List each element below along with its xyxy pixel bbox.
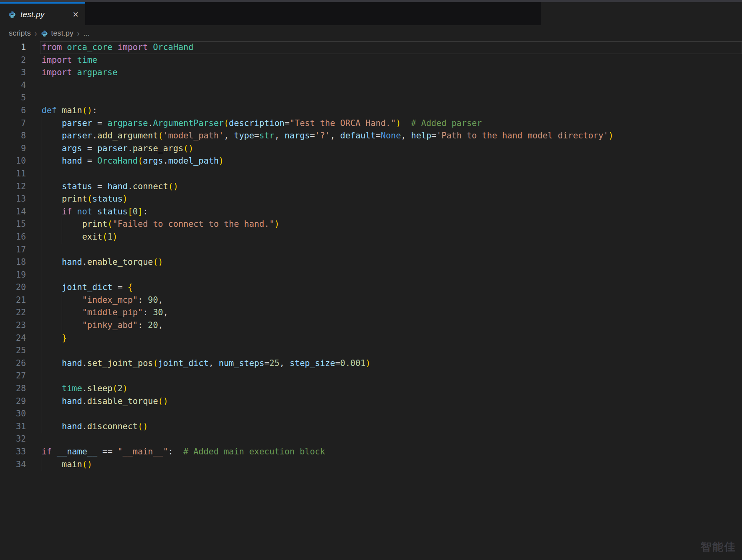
code-line[interactable]: 29 hand.disable_torque() (0, 395, 742, 408)
code-token: "__main__" (118, 447, 168, 456)
code-token (42, 422, 62, 431)
line-number[interactable]: 28 (0, 382, 26, 395)
line-number[interactable]: 24 (0, 332, 26, 345)
line-number[interactable]: 23 (0, 319, 26, 332)
code-token: = (112, 282, 128, 292)
code-line[interactable]: 6def main(): (0, 104, 742, 117)
code-line[interactable]: 16 exit(1) (0, 231, 742, 244)
code-area[interactable]: 1from orca_core import OrcaHand2import t… (0, 41, 742, 471)
line-number[interactable]: 2 (0, 54, 26, 67)
code-line[interactable]: 30 (0, 408, 742, 420)
line-number[interactable]: 26 (0, 357, 26, 370)
line-number[interactable]: 17 (0, 244, 26, 256)
line-number[interactable]: 9 (0, 142, 26, 155)
line-number[interactable]: 3 (0, 66, 26, 79)
code-line[interactable]: 7 parser = argparse.ArgumentParser(descr… (0, 117, 742, 130)
code-line[interactable]: 14 if not status[0]: (0, 206, 742, 218)
code-token: model_path (168, 156, 219, 166)
breadcrumb-item-test-py[interactable]: test.py (51, 29, 74, 38)
line-number[interactable]: 12 (0, 180, 26, 193)
line-number[interactable]: 32 (0, 433, 26, 446)
line-number[interactable]: 18 (0, 256, 26, 269)
code-token (72, 68, 77, 77)
line-number[interactable]: 11 (0, 168, 26, 180)
code-token: () (183, 144, 193, 153)
code-token: : (143, 207, 148, 216)
line-number[interactable]: 14 (0, 206, 26, 218)
code-line[interactable]: 17 (0, 244, 742, 256)
code-line[interactable]: 8 parser.add_argument('model_path', type… (0, 130, 742, 142)
code-line[interactable]: 3import argparse (0, 66, 742, 79)
code-token: : (92, 106, 97, 115)
line-number[interactable]: 6 (0, 104, 26, 117)
code-line[interactable]: 20 joint_dict = { (0, 281, 742, 294)
line-number[interactable]: 30 (0, 408, 26, 420)
code-line[interactable]: 28 time.sleep(2) (0, 382, 742, 395)
indent-guide (62, 319, 62, 332)
code-line[interactable]: 34 main() (0, 458, 742, 471)
line-number[interactable]: 13 (0, 193, 26, 206)
line-number[interactable]: 4 (0, 79, 26, 92)
line-number[interactable]: 25 (0, 344, 26, 357)
code-token: enable_torque (87, 257, 153, 267)
code-line[interactable]: 5 (0, 92, 742, 104)
code-line[interactable]: 32 (0, 433, 742, 446)
line-number[interactable]: 7 (0, 117, 26, 130)
line-number[interactable]: 33 (0, 446, 26, 458)
code-text: hand = OrcaHand(args.model_path) (26, 156, 224, 166)
line-number[interactable]: 1 (0, 41, 26, 54)
code-line[interactable]: 33if __name__ == "__main__": # Added mai… (0, 446, 742, 458)
code-line[interactable]: 1from orca_core import OrcaHand (0, 41, 742, 54)
code-token: print (82, 219, 107, 229)
line-number[interactable]: 19 (0, 269, 26, 282)
code-token: hand (62, 358, 82, 368)
line-number[interactable]: 20 (0, 281, 26, 294)
code-line[interactable]: 15 print("Failed to connect to the hand.… (0, 218, 742, 231)
indent-guide (42, 155, 42, 168)
code-line[interactable]: 27 (0, 370, 742, 382)
code-line[interactable]: 13 print(status) (0, 193, 742, 206)
line-number[interactable]: 8 (0, 130, 26, 142)
code-token: ] (138, 207, 143, 216)
code-line[interactable]: 2import time (0, 54, 742, 67)
breadcrumb-item-symbol[interactable]: ... (83, 29, 90, 38)
line-number[interactable]: 22 (0, 306, 26, 319)
code-line[interactable]: 23 "pinky_abd": 20, (0, 319, 742, 332)
code-token: : (138, 295, 148, 305)
line-number[interactable]: 16 (0, 231, 26, 244)
tab-test-py[interactable]: test.py ✕ (0, 2, 85, 25)
code-line[interactable]: 11 (0, 168, 742, 180)
indent-guide (42, 370, 42, 382)
code-line[interactable]: 31 hand.disconnect() (0, 420, 742, 433)
code-line[interactable]: 19 (0, 269, 742, 282)
line-number[interactable]: 27 (0, 370, 26, 382)
code-line[interactable]: 26 hand.set_joint_pos(joint_dict, num_st… (0, 357, 742, 370)
code-line[interactable]: 24 } (0, 332, 742, 345)
code-line[interactable]: 4 (0, 79, 742, 92)
indent-guide (42, 332, 42, 345)
line-number[interactable]: 34 (0, 458, 26, 471)
chevron-right-icon: › (34, 29, 37, 38)
code-text: from orca_core import OrcaHand (26, 42, 193, 52)
line-number[interactable]: 5 (0, 92, 26, 104)
code-line[interactable]: 12 status = hand.connect() (0, 180, 742, 193)
code-text (26, 245, 42, 254)
line-number[interactable]: 21 (0, 294, 26, 307)
code-token: args (143, 156, 163, 166)
tab-bar-empty-space (85, 2, 541, 25)
breadcrumb-item-scripts[interactable]: scripts (9, 29, 31, 38)
line-number[interactable]: 10 (0, 155, 26, 168)
code-line[interactable]: 10 hand = OrcaHand(args.model_path) (0, 155, 742, 168)
code-line[interactable]: 9 args = parser.parse_args() (0, 142, 742, 155)
code-line[interactable]: 18 hand.enable_torque() (0, 256, 742, 269)
code-line[interactable]: 21 "index_mcp": 90, (0, 294, 742, 307)
code-line[interactable]: 25 (0, 344, 742, 357)
line-number[interactable]: 29 (0, 395, 26, 408)
code-token: 0 (133, 207, 138, 216)
line-number[interactable]: 31 (0, 420, 26, 433)
line-number[interactable]: 15 (0, 218, 26, 231)
code-line[interactable]: 22 "middle_pip": 30, (0, 306, 742, 319)
code-token (42, 194, 62, 204)
code-token: = (92, 118, 107, 128)
tab-close-icon[interactable]: ✕ (72, 11, 79, 18)
